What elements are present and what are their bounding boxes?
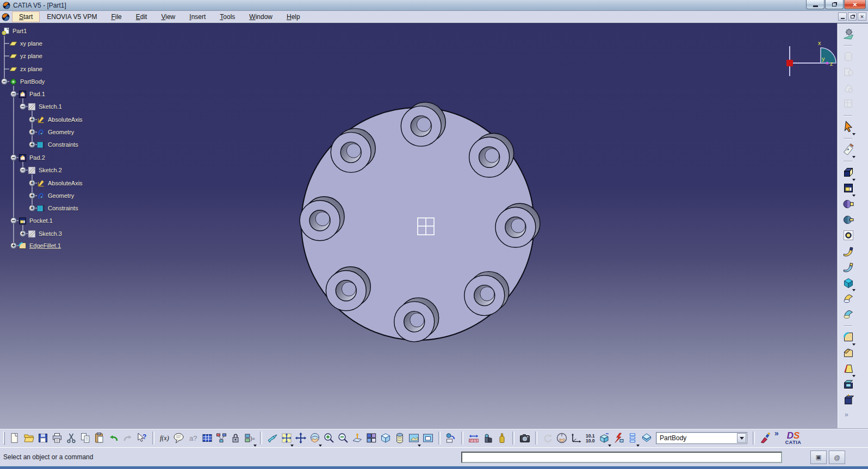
axis-system-button[interactable] (569, 431, 583, 445)
tree-node-label[interactable]: xy plane (20, 40, 42, 47)
save-button[interactable] (36, 431, 50, 445)
only-current-body-button[interactable] (611, 431, 625, 445)
create-multi-view-button[interactable] (364, 431, 379, 445)
tree-node[interactable]: Constraints (36, 203, 78, 213)
open-button[interactable] (22, 431, 36, 445)
tree-node-label[interactable]: Pad.1 (29, 91, 45, 97)
quick-view-button[interactable] (407, 431, 421, 445)
dropdown-arrow-icon[interactable] (852, 156, 855, 158)
formula-button[interactable]: f(x) (158, 431, 172, 445)
combo-dropdown-button[interactable] (737, 433, 746, 443)
menu-item-start[interactable]: Start (12, 11, 40, 22)
tree-node[interactable]: Geometry (36, 127, 74, 137)
tree-node[interactable]: Constraints (36, 140, 78, 149)
edge-fillet-button[interactable] (841, 330, 855, 344)
rotate-button[interactable] (308, 431, 322, 445)
tree-node[interactable]: PartBody (9, 77, 45, 86)
menu-item-view[interactable]: View (154, 11, 182, 22)
undo-button[interactable] (107, 431, 121, 445)
tree-node[interactable]: Pad.1 (18, 89, 45, 99)
mdi-close-button[interactable]: ✕ (858, 12, 866, 21)
tree-node-label[interactable]: Sketch.3 (39, 230, 62, 237)
tree-expander-expand[interactable]: + (29, 116, 35, 123)
tree-node-label[interactable]: Sketch.1 (39, 103, 62, 110)
tree-node-label[interactable]: Geometry (48, 192, 74, 199)
viewport-3d[interactable]: xyz Part1xy planeyz planezx plane−PartBo… (0, 23, 838, 428)
compass[interactable]: xyz (786, 40, 836, 76)
tree-node-label[interactable]: AbsoluteAxis (48, 116, 83, 123)
pad-button[interactable] (841, 165, 855, 179)
dropdown-arrow-icon[interactable] (852, 133, 855, 135)
fit-all-in-button[interactable] (280, 431, 294, 445)
zoom-out-button[interactable] (336, 431, 350, 445)
knowledge-check-button[interactable]: a? (186, 431, 200, 445)
removed-multi-sections-solid-button[interactable] (841, 307, 855, 321)
lock-button[interactable] (228, 431, 243, 445)
current-body-selector[interactable]: PartBody (656, 432, 747, 444)
tree-node-label[interactable]: Geometry (48, 129, 74, 135)
compass-anchor[interactable] (786, 60, 793, 66)
menu-item-help[interactable]: Help (280, 11, 307, 22)
capture-button[interactable] (518, 431, 532, 445)
hole-button[interactable] (841, 228, 855, 242)
tree-node[interactable]: Geometry (36, 191, 74, 201)
tree-expander-collapse[interactable]: − (10, 217, 17, 224)
tree-node-label[interactable]: EdgeFillet.1 (29, 242, 61, 249)
tree-node-label[interactable]: Constraints (48, 141, 78, 148)
tree-expander-expand[interactable]: + (29, 129, 35, 135)
knowledge-diagram-button[interactable] (214, 431, 228, 445)
multi-sections-solid-button[interactable] (841, 291, 855, 305)
pocket-button[interactable] (841, 181, 855, 195)
context-help-button[interactable]: ? (135, 431, 149, 445)
stiffener-button[interactable] (841, 276, 855, 290)
more-tools-chevron-icon[interactable]: » (774, 429, 779, 437)
catalog-browser-button[interactable] (444, 431, 458, 445)
groove-button[interactable] (841, 212, 855, 227)
tree-expander-collapse[interactable]: − (10, 154, 17, 161)
mdi-restore-button[interactable] (848, 12, 857, 21)
tree-node[interactable]: Part1 (1, 26, 27, 36)
render-style-button[interactable] (393, 431, 407, 445)
redo-button[interactable] (121, 431, 135, 445)
manipulation-button[interactable] (555, 431, 569, 445)
tree-node-label[interactable]: Constraints (48, 205, 78, 211)
tree-node[interactable]: Sketch.2 (27, 165, 62, 175)
restore-button[interactable] (825, 0, 844, 9)
tree-node[interactable]: EdgeFillet.1 (18, 241, 61, 251)
menu-item-tools[interactable]: Tools (213, 11, 242, 22)
isometric-view-button[interactable] (379, 431, 393, 445)
fly-mode-button[interactable] (265, 431, 280, 445)
select-button[interactable] (841, 120, 855, 134)
tree-node[interactable]: Pad.2 (18, 153, 45, 162)
tree-expander-collapse[interactable]: − (10, 91, 17, 97)
sketcher-button[interactable] (841, 142, 855, 157)
paint-tools-button[interactable] (758, 431, 772, 445)
rib-button[interactable] (841, 244, 855, 258)
tree-node[interactable]: xy plane (9, 39, 42, 48)
new-document-button[interactable] (8, 431, 22, 445)
tree-node[interactable]: yz plane (9, 51, 42, 61)
tree-node-label[interactable]: AbsoluteAxis (48, 180, 83, 186)
menu-item-edit[interactable]: Edit (129, 11, 154, 22)
minimize-button[interactable] (806, 0, 824, 9)
copy-button[interactable] (78, 431, 92, 445)
knowledge-comment-button[interactable] (172, 431, 186, 445)
dialog-window-button[interactable]: ▣ (810, 451, 827, 464)
draft-angle-button[interactable] (841, 361, 855, 376)
design-table-button[interactable] (200, 431, 214, 445)
tree-expander-expand[interactable]: + (10, 242, 17, 249)
tree-expander-expand[interactable]: + (29, 192, 35, 199)
tree-node[interactable]: AbsoluteAxis (36, 178, 83, 188)
tree-node-label[interactable]: Pocket.1 (29, 217, 53, 224)
tree-expander-collapse[interactable]: − (1, 78, 8, 85)
slot-button[interactable] (841, 260, 855, 274)
catalog-book-button[interactable] (640, 431, 654, 445)
view-mode-button[interactable] (421, 431, 435, 445)
tree-node[interactable]: Sketch.1 (27, 102, 62, 111)
tree-node-label[interactable]: yz plane (20, 53, 42, 59)
mean-dimensions-button[interactable]: 10.110.0 (583, 431, 597, 445)
tree-node-label[interactable]: Sketch.2 (39, 167, 62, 173)
tree-node[interactable]: Pocket.1 (18, 216, 53, 226)
tree-expander-expand[interactable]: + (20, 230, 26, 237)
measure-between-button[interactable] (467, 431, 481, 445)
